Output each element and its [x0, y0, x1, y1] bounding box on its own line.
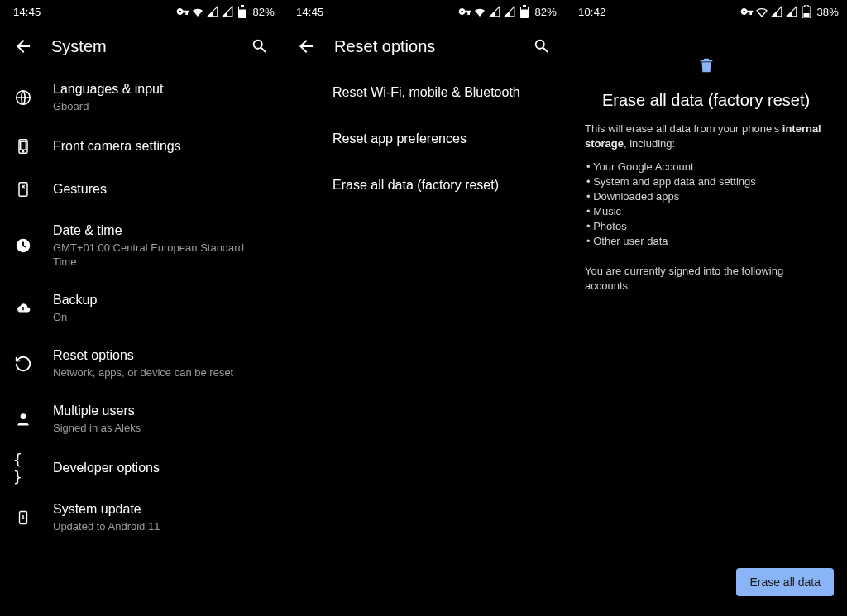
svg-point-4 [22, 151, 23, 152]
erase-bullet: Other user data [586, 234, 827, 249]
signal-icon-1 [770, 5, 783, 18]
status-right-cluster: 82% [176, 5, 275, 18]
item-backup[interactable]: Backup On [0, 280, 283, 336]
item-reset-options[interactable]: Reset options Network, apps, or device c… [0, 336, 283, 391]
search-icon [533, 37, 551, 55]
arrow-back-icon [296, 36, 316, 56]
item-reset-app-prefs[interactable]: Reset app preferences [283, 116, 565, 162]
item-title: Reset options [53, 347, 270, 364]
erase-bullets: Your Google Account System and app data … [586, 160, 827, 249]
cloud-upload-icon [13, 298, 33, 318]
vpn-key-icon [740, 5, 754, 18]
item-title: Languages & input [53, 81, 270, 98]
svg-rect-10 [804, 13, 810, 17]
trash-icon [697, 56, 715, 74]
restore-icon [13, 354, 33, 374]
screen-reset-options: 14:45 82% Reset options Reset Wi-Fi, mob… [283, 0, 565, 616]
item-erase-all-data[interactable]: Erase all data (factory reset) [283, 162, 565, 208]
erase-bullet: Photos [586, 219, 827, 234]
battery-icon [800, 5, 813, 18]
status-time: 14:45 [13, 6, 41, 18]
item-subtitle: Signed in as Aleks [53, 421, 270, 435]
svg-rect-5 [19, 183, 27, 197]
item-title: Date & time [53, 222, 270, 239]
item-date-time[interactable]: Date & time GMT+01:00 Central European S… [0, 211, 283, 280]
erase-body: This will erase all data from your phone… [585, 122, 827, 294]
erase-accounts-note: You are currently signed into the follow… [585, 264, 827, 294]
signal-icon-1 [206, 5, 219, 18]
wifi-icon [755, 5, 768, 18]
wifi-icon [191, 5, 204, 18]
item-title: Front camera settings [53, 138, 270, 155]
search-button[interactable] [243, 30, 276, 63]
status-right-cluster: 38% [740, 5, 839, 18]
erase-bullet: Your Google Account [586, 160, 827, 174]
globe-icon [13, 88, 33, 107]
svg-point-7 [21, 413, 26, 419]
back-button[interactable] [290, 30, 323, 63]
item-title: System update [53, 501, 270, 518]
signal-icon-1 [488, 5, 501, 18]
item-gestures[interactable]: Gestures [0, 168, 283, 211]
phone-front-icon [13, 136, 33, 156]
back-button[interactable] [7, 30, 40, 63]
item-subtitle: On [53, 310, 270, 324]
item-title: Backup [53, 292, 270, 308]
reset-list: Reset Wi-Fi, mobile & Bluetooth Reset ap… [283, 69, 565, 616]
item-developer-options[interactable]: { } Developer options [0, 446, 283, 489]
erase-bullet: Downloaded apps [586, 189, 827, 204]
search-button[interactable] [525, 30, 558, 63]
item-title: Multiple users [53, 403, 270, 419]
item-subtitle: Gboard [53, 99, 270, 113]
erase-title: Erase all data (factory reset) [585, 91, 827, 110]
status-bar: 14:45 82% [0, 0, 283, 23]
item-system-update[interactable]: System update Updated to Android 11 [0, 489, 283, 545]
erase-bullet: Music [586, 204, 827, 219]
item-title: Erase all data (factory reset) [333, 177, 552, 193]
settings-list: Languages & input Gboard Front camera se… [0, 69, 283, 616]
status-bar: 14:45 82% [283, 0, 565, 23]
svg-rect-0 [239, 7, 246, 10]
battery-icon [518, 5, 531, 18]
item-subtitle: Updated to Android 11 [53, 519, 270, 533]
status-time: 10:42 [578, 6, 606, 18]
braces-icon: { } [13, 458, 33, 478]
status-bar: 10:42 38% [565, 0, 847, 23]
arrow-back-icon [13, 36, 33, 56]
svg-rect-3 [21, 141, 26, 150]
status-battery-pct: 38% [816, 6, 839, 18]
item-subtitle: GMT+01:00 Central European Standard Time [53, 241, 270, 269]
status-battery-pct: 82% [534, 6, 557, 18]
person-icon [13, 409, 33, 429]
battery-icon [236, 5, 249, 18]
erase-lead: This will erase all data from your phone… [585, 122, 827, 151]
status-right-cluster: 82% [458, 5, 557, 18]
vpn-key-icon [458, 5, 471, 18]
item-title: Gestures [53, 181, 270, 198]
svg-rect-9 [521, 7, 528, 10]
system-update-icon [13, 508, 33, 528]
item-title: Reset Wi-Fi, mobile & Bluetooth [333, 84, 552, 101]
status-battery-pct: 82% [252, 6, 275, 18]
screen-system: 14:45 82% System Languages & input Gboar… [0, 0, 283, 616]
signal-icon-2 [785, 5, 798, 18]
page-title: System [51, 37, 243, 56]
erase-bullet: System and app data and settings [586, 174, 827, 189]
signal-icon-2 [503, 5, 516, 18]
item-subtitle: Network, apps, or device can be reset [53, 365, 270, 380]
wifi-icon [473, 5, 486, 18]
erase-content: Erase all data (factory reset) This will… [565, 23, 847, 616]
item-front-camera[interactable]: Front camera settings [0, 125, 283, 168]
item-reset-wifi[interactable]: Reset Wi-Fi, mobile & Bluetooth [283, 69, 565, 116]
item-title: Developer options [53, 460, 270, 476]
vpn-key-icon [176, 5, 189, 18]
status-time: 14:45 [296, 6, 324, 18]
page-title: Reset options [334, 37, 525, 56]
app-bar: System [0, 23, 283, 69]
item-title: Reset app preferences [333, 131, 552, 147]
screen-erase-all-data: 10:42 38% Erase all data (factory reset)… [565, 0, 847, 616]
item-languages-input[interactable]: Languages & input Gboard [0, 69, 283, 125]
erase-all-data-button[interactable]: Erase all data [736, 568, 834, 596]
item-multiple-users[interactable]: Multiple users Signed in as Aleks [0, 391, 283, 446]
clock-icon [13, 236, 33, 255]
